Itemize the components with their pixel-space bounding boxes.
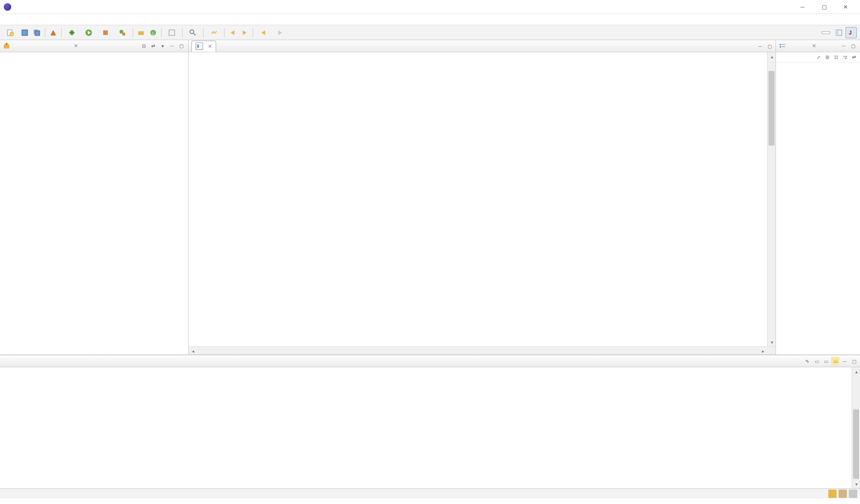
svg-rect-2 xyxy=(22,30,28,35)
search-button[interactable] xyxy=(185,27,201,38)
svg-marker-21 xyxy=(243,30,247,35)
forward-button[interactable] xyxy=(272,27,288,38)
main-toolbar: C J xyxy=(0,25,860,40)
console-scroll-thumb[interactable] xyxy=(853,409,859,479)
svg-text:J: J xyxy=(849,30,852,35)
package-explorer-header: ✕ ⊟ ⇄ ▾ ─ ▢ xyxy=(0,40,188,52)
svg-rect-17 xyxy=(169,30,175,35)
external-tools-button[interactable] xyxy=(98,27,113,38)
new-package-button[interactable] xyxy=(135,27,147,38)
bottom-minimize-button[interactable]: ─ xyxy=(840,357,849,365)
outline-hide-button[interactable]: ⊡ xyxy=(832,53,840,62)
svg-rect-13 xyxy=(122,33,125,35)
outline-link-button[interactable]: ⇄ xyxy=(850,53,858,62)
bottom-maximize-button[interactable]: ▢ xyxy=(850,357,858,365)
save-all-button[interactable] xyxy=(31,27,42,38)
main-area: ✕ ⊟ ⇄ ▾ ─ ▢ ✕ ─ ▢ ▴ xyxy=(0,40,860,355)
outline-header: ✕ ─ ▢ xyxy=(776,40,860,52)
svg-rect-29 xyxy=(780,44,781,45)
status-tray xyxy=(826,490,857,498)
bottom-panel: ✎ ▭ ▭ ▭ ─ ▢ ▴ ▾ xyxy=(0,355,860,488)
editor-code[interactable] xyxy=(207,52,767,346)
maximize-button[interactable]: ▢ xyxy=(813,0,835,14)
svg-point-1 xyxy=(10,32,14,36)
status-bar xyxy=(0,488,860,498)
run-button[interactable] xyxy=(81,27,97,38)
collapse-all-button[interactable]: ⊟ xyxy=(140,42,148,50)
svg-rect-11 xyxy=(103,30,108,35)
open-type-button[interactable] xyxy=(164,27,180,38)
tray-icon-1[interactable] xyxy=(828,490,837,498)
outline-maximize-button[interactable]: ▢ xyxy=(849,42,857,50)
svg-text:C: C xyxy=(152,31,155,35)
console-open-button[interactable]: ▭ xyxy=(831,357,839,365)
close-button[interactable]: ✕ xyxy=(835,0,856,14)
console-vertical-scrollbar[interactable]: ▴ ▾ xyxy=(852,367,860,488)
prev-edit-button[interactable] xyxy=(227,27,238,38)
console-body[interactable]: ▴ ▾ xyxy=(0,367,860,488)
svg-point-18 xyxy=(190,30,194,34)
build-button[interactable] xyxy=(48,27,59,38)
console-scroll-down-icon[interactable]: ▾ xyxy=(852,480,860,488)
svg-rect-30 xyxy=(780,46,781,48)
package-explorer-tree[interactable] xyxy=(0,52,188,355)
maximize-view-button[interactable]: ▢ xyxy=(177,42,185,50)
scroll-left-icon[interactable]: ◂ xyxy=(189,347,197,355)
package-explorer-close-icon[interactable]: ✕ xyxy=(74,43,78,49)
editor-tab-close-icon[interactable]: ✕ xyxy=(208,43,212,49)
outline-focus-button[interactable]: ⬀ xyxy=(814,53,823,62)
editor-panel: ✕ ─ ▢ ▴ ▾ ◂ ▸ xyxy=(189,40,776,355)
editor-tab-mynewgrammar[interactable]: ✕ xyxy=(191,41,216,52)
editor-minimize-button[interactable]: ─ xyxy=(756,42,764,50)
debug-button[interactable] xyxy=(64,27,80,38)
annotation-button[interactable] xyxy=(206,27,222,38)
svg-marker-23 xyxy=(278,30,282,35)
tray-icon-2[interactable] xyxy=(839,490,847,498)
svg-rect-27 xyxy=(4,44,9,49)
minimize-view-button[interactable]: ─ xyxy=(168,42,176,50)
new-class-button[interactable]: C xyxy=(148,27,159,38)
svg-marker-20 xyxy=(231,30,234,35)
back-button[interactable] xyxy=(255,27,271,38)
view-menu-button[interactable]: ▾ xyxy=(158,42,167,50)
console-new-button[interactable]: ▭ xyxy=(822,357,830,365)
editor-body[interactable]: ▴ ▾ xyxy=(189,52,775,346)
console-scroll-up-icon[interactable]: ▴ xyxy=(852,367,860,376)
svg-rect-25 xyxy=(836,30,839,35)
open-perspective-button[interactable] xyxy=(833,27,845,38)
outline-toolbar: ⬀ ⊞ ⊡ ᵃz ⇄ xyxy=(776,52,860,63)
scroll-right-icon[interactable]: ▸ xyxy=(759,347,767,355)
svg-rect-4 xyxy=(35,31,40,35)
outline-list[interactable] xyxy=(776,63,860,355)
quick-access-input[interactable] xyxy=(822,31,830,34)
svg-marker-22 xyxy=(261,30,265,35)
link-editor-button[interactable]: ⇄ xyxy=(149,42,157,50)
svg-rect-14 xyxy=(138,31,144,35)
scroll-thumb[interactable] xyxy=(768,71,775,146)
next-edit-button[interactable] xyxy=(239,27,250,38)
console-pin-button[interactable]: ✎ xyxy=(803,357,811,365)
console-display-button[interactable]: ▭ xyxy=(812,357,821,365)
scroll-down-icon[interactable]: ▾ xyxy=(768,338,775,346)
new-button[interactable] xyxy=(2,27,18,38)
bottom-tab-bar: ✎ ▭ ▭ ▭ ─ ▢ xyxy=(0,355,860,367)
java-perspective-button[interactable]: J xyxy=(846,27,857,38)
tray-icon-3[interactable] xyxy=(849,490,857,498)
outline-sort-button[interactable]: ⊞ xyxy=(823,53,832,62)
editor-vertical-scrollbar[interactable]: ▴ ▾ xyxy=(767,52,775,346)
editor-tab-bar: ✕ ─ ▢ xyxy=(189,40,775,52)
save-button[interactable] xyxy=(19,27,30,38)
editor-horizontal-scrollbar[interactable]: ◂ ▸ xyxy=(189,346,775,355)
editor-maximize-button[interactable]: ▢ xyxy=(765,42,774,50)
outline-minimize-button[interactable]: ─ xyxy=(839,42,848,50)
editor-gutter[interactable] xyxy=(189,52,207,346)
package-explorer-panel: ✕ ⊟ ⇄ ▾ ─ ▢ xyxy=(0,40,189,355)
minimize-button[interactable]: ─ xyxy=(792,0,813,14)
new-java-button[interactable] xyxy=(114,27,130,38)
scroll-up-icon[interactable]: ▴ xyxy=(768,52,775,61)
outline-close-icon[interactable]: ✕ xyxy=(812,43,816,49)
eclipse-icon xyxy=(4,3,11,11)
outline-filter-button[interactable]: ᵃz xyxy=(841,53,849,62)
package-explorer-icon xyxy=(3,42,10,50)
svg-line-19 xyxy=(193,33,196,35)
